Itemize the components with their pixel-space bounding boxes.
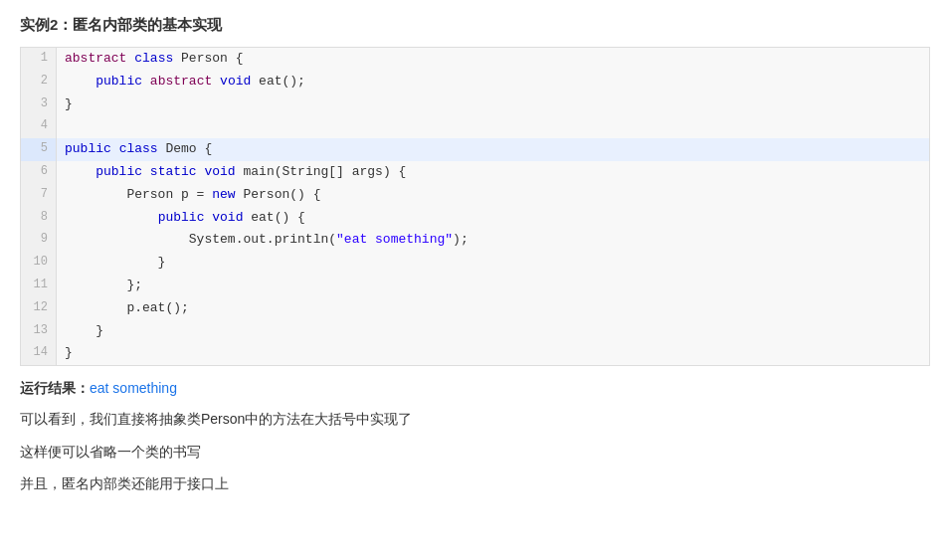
line-number-12: 12 xyxy=(21,297,57,320)
line-content-8: public void eat() { xyxy=(57,207,929,230)
code-line-6: 6 public static void main(String[] args)… xyxy=(21,161,929,184)
desc-1: 可以看到，我们直接将抽象类Person中的方法在大括号中实现了 xyxy=(20,408,930,430)
line-number-3: 3 xyxy=(21,93,57,116)
code-line-10: 10 } xyxy=(21,252,929,275)
code-line-11: 11 }; xyxy=(21,275,929,297)
line-number-11: 11 xyxy=(21,275,57,297)
line-number-6: 6 xyxy=(21,161,57,184)
line-content-13: } xyxy=(57,320,929,343)
code-line-7: 7 Person p = new Person() { xyxy=(21,184,929,207)
line-number-2: 2 xyxy=(21,71,57,93)
line-number-7: 7 xyxy=(21,184,57,207)
line-content-14: } xyxy=(57,342,929,365)
line-number-14: 14 xyxy=(21,342,57,365)
line-content-12: p.eat(); xyxy=(57,297,929,320)
line-content-9: System.out.println("eat something"); xyxy=(57,229,929,252)
line-content-6: public static void main(String[] args) { xyxy=(57,161,929,184)
line-content-11: }; xyxy=(57,275,929,297)
line-number-1: 1 xyxy=(21,48,57,71)
line-content-4 xyxy=(57,115,929,138)
line-content-7: Person p = new Person() { xyxy=(57,184,929,207)
line-number-9: 9 xyxy=(21,229,57,252)
line-number-13: 13 xyxy=(21,320,57,343)
desc-2: 这样便可以省略一个类的书写 xyxy=(20,441,930,463)
result-section: 运行结果：eat something xyxy=(20,380,930,398)
code-line-3: 3 } xyxy=(21,93,929,116)
code-line-9: 9 System.out.println("eat something"); xyxy=(21,229,929,252)
page-title: 实例2：匿名内部类的基本实现 xyxy=(20,16,930,35)
result-label: 运行结果： xyxy=(20,380,90,396)
code-line-14: 14 } xyxy=(21,342,929,365)
line-content-10: } xyxy=(57,252,929,275)
line-number-10: 10 xyxy=(21,252,57,275)
desc-3: 并且，匿名内部类还能用于接口上 xyxy=(20,472,930,494)
line-number-8: 8 xyxy=(21,207,57,230)
code-line-4: 4 xyxy=(21,115,929,138)
code-line-5: 5 public class Demo { xyxy=(21,138,929,161)
result-value: eat something xyxy=(90,380,177,396)
line-number-5: 5 xyxy=(21,138,57,161)
code-line-8: 8 public void eat() { xyxy=(21,207,929,230)
line-content-2: public abstract void eat(); xyxy=(57,71,929,93)
code-line-12: 12 p.eat(); xyxy=(21,297,929,320)
line-content-3: } xyxy=(57,93,929,116)
line-content-5: public class Demo { xyxy=(57,138,929,161)
code-line-1: 1 abstract class Person { xyxy=(21,48,929,71)
line-content-1: abstract class Person { xyxy=(57,48,929,71)
line-number-4: 4 xyxy=(21,115,57,138)
code-line-2: 2 public abstract void eat(); xyxy=(21,71,929,93)
code-block: 1 abstract class Person { 2 public abstr… xyxy=(20,47,930,366)
code-line-13: 13 } xyxy=(21,320,929,343)
